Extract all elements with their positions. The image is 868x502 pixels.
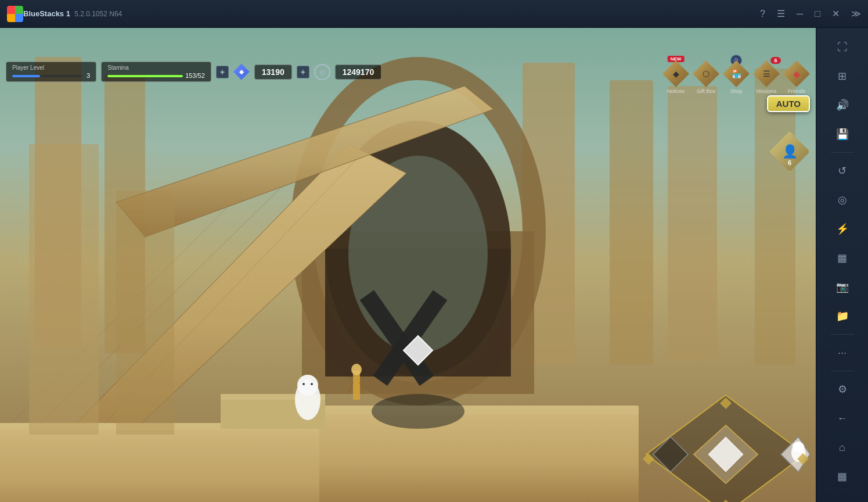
shop-icon: 🏪	[723, 60, 750, 87]
rotate-button[interactable]: ↺	[828, 157, 857, 184]
sidebar: ⛶ ⊞ 🔊 💾 ↺ ◎ ⚡ ▦ 📷 📁 ··· ⚙ ← ⌂ ▦	[816, 28, 868, 502]
titlebar: BlueStacks 1 5.2.0.1052 N64 ? ☰ ─ □ ✕ ≫	[0, 0, 868, 28]
more-button[interactable]: ···	[828, 339, 857, 366]
bluestacks-logo	[7, 6, 23, 22]
screenshot-save-button[interactable]: 💾	[828, 121, 857, 148]
currency1-add-button[interactable]: +	[297, 66, 309, 78]
fullscreen-button[interactable]: ⛶	[828, 34, 857, 60]
volume-button[interactable]: 🔊	[828, 92, 857, 119]
collapse-icon[interactable]: ≫	[851, 8, 861, 19]
record-button[interactable]: ◎	[828, 187, 857, 213]
shop-button[interactable]: ⏱ 🏪 Shop	[723, 60, 750, 94]
notices-label: Notices	[667, 88, 685, 94]
svg-rect-37	[0, 28, 816, 502]
sidebar-divider-2	[831, 334, 854, 335]
screenshot-button[interactable]: 📷	[828, 274, 857, 300]
multi-instance-button[interactable]: ⊞	[828, 63, 857, 89]
giftbox-icon: ⬡	[693, 60, 719, 87]
settings-button[interactable]: ⚙	[828, 376, 857, 403]
friends-label: Friends	[788, 88, 805, 94]
stamina-add-button[interactable]: +	[216, 66, 229, 78]
sidebar-divider-3	[831, 371, 854, 371]
back-button[interactable]: ←	[828, 405, 857, 432]
missions-count-badge: 6	[770, 57, 781, 64]
friends-icon: ◆	[783, 60, 810, 87]
missions-label: Missions	[756, 88, 776, 94]
window-controls: ? ☰ ─ □ ✕ ≫	[760, 8, 861, 19]
home-button[interactable]: ⌂	[828, 434, 857, 461]
sidebar-divider-1	[831, 152, 854, 153]
boost-button[interactable]: ⚡	[828, 216, 857, 242]
help-icon[interactable]: ?	[760, 9, 765, 19]
app-title: BlueStacks 1 5.2.0.1052 N64	[23, 9, 760, 18]
missions-button[interactable]: 6 ☰ Missions	[753, 60, 780, 94]
missions-icon: ☰	[753, 60, 780, 87]
close-icon[interactable]: ✕	[832, 8, 840, 19]
game-viewport[interactable]: Player Level 3 Stamina 153/52 +	[0, 28, 816, 502]
notices-button[interactable]: NEW ◆ Notices	[662, 60, 689, 94]
auto-button[interactable]: AUTO	[767, 95, 810, 112]
notices-icon: ◆	[662, 60, 689, 87]
maximize-icon[interactable]: □	[815, 9, 820, 19]
hud-top-right: NEW ◆ Notices ⬡ Gift Box ⏱	[662, 60, 810, 94]
giftbox-label: Gift Box	[697, 88, 715, 94]
apk-button[interactable]: ▦	[828, 245, 857, 271]
menu-icon[interactable]: ☰	[777, 8, 785, 19]
giftbox-button[interactable]: ⬡ Gift Box	[693, 60, 719, 94]
game-scene-svg	[0, 28, 816, 502]
files-button[interactable]: 📁	[828, 303, 857, 329]
apps-button[interactable]: ▦	[828, 463, 857, 490]
shop-label: Shop	[730, 88, 742, 94]
friends-button[interactable]: ◆ Friends	[783, 60, 810, 94]
minimize-icon[interactable]: ─	[797, 9, 803, 19]
